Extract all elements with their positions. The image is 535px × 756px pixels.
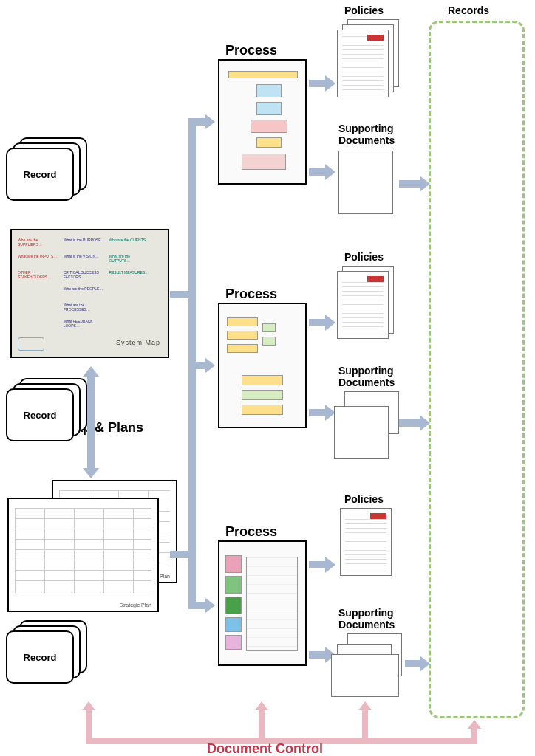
connector-icon bbox=[170, 291, 192, 298]
strategic-plan-caption: Strategic Plan bbox=[119, 602, 151, 608]
process-heading-1: Process bbox=[225, 43, 277, 58]
arrow-icon bbox=[309, 319, 327, 326]
connector-icon bbox=[170, 551, 192, 558]
doc-control-arrow-icon bbox=[86, 709, 92, 738]
policies-heading-2: Policies bbox=[344, 251, 384, 263]
arrow-icon bbox=[309, 651, 327, 659]
supporting-docs-heading-1: Supporting Documents bbox=[338, 123, 395, 146]
qla-logo-icon bbox=[18, 337, 44, 351]
arrow-icon bbox=[405, 660, 421, 667]
doc-control-arrow-icon bbox=[471, 727, 477, 738]
supporting-docs-heading-2: Supporting Documents bbox=[338, 365, 395, 388]
records-heading: Records bbox=[448, 4, 489, 16]
arrow-icon bbox=[188, 118, 206, 126]
record-stack-2: Record bbox=[6, 378, 89, 441]
arrow-icon bbox=[188, 362, 206, 369]
record-stack-1: Record bbox=[6, 137, 89, 201]
records-column bbox=[429, 21, 525, 718]
record-label: Record bbox=[7, 652, 72, 663]
record-label: Record bbox=[7, 410, 72, 421]
doc-control-arrow-icon bbox=[362, 709, 368, 738]
process-heading-3: Process bbox=[225, 524, 277, 540]
record-stack-3: Record bbox=[6, 620, 89, 684]
policies-heading-3: Policies bbox=[344, 493, 384, 505]
arrow-icon bbox=[309, 561, 327, 568]
arrow-icon bbox=[399, 419, 421, 427]
policies-heading-1: Policies bbox=[344, 4, 384, 16]
doc-control-arrow-icon bbox=[259, 709, 265, 738]
document-control-heading: Document Control bbox=[207, 741, 323, 756]
process-thumbnail-2 bbox=[218, 303, 307, 428]
arrow-icon bbox=[188, 602, 206, 609]
plans-thumbnail: Implementation Plan Strategic Plan bbox=[7, 480, 177, 613]
arrow-icon bbox=[309, 80, 327, 87]
record-label: Record bbox=[7, 169, 72, 180]
process-heading-2: Process bbox=[225, 286, 277, 302]
supporting-docs-heading-3: Supporting Documents bbox=[338, 607, 395, 630]
system-map-caption: System Map bbox=[116, 339, 160, 346]
arrow-icon bbox=[399, 180, 421, 188]
arrow-icon bbox=[309, 168, 327, 176]
process-thumbnail-1 bbox=[218, 59, 307, 185]
system-map-thumbnail: Who are the SUPPLIERS…What is the PURPOS… bbox=[10, 229, 169, 358]
arrow-icon bbox=[309, 409, 327, 416]
process-thumbnail-3 bbox=[218, 540, 307, 666]
